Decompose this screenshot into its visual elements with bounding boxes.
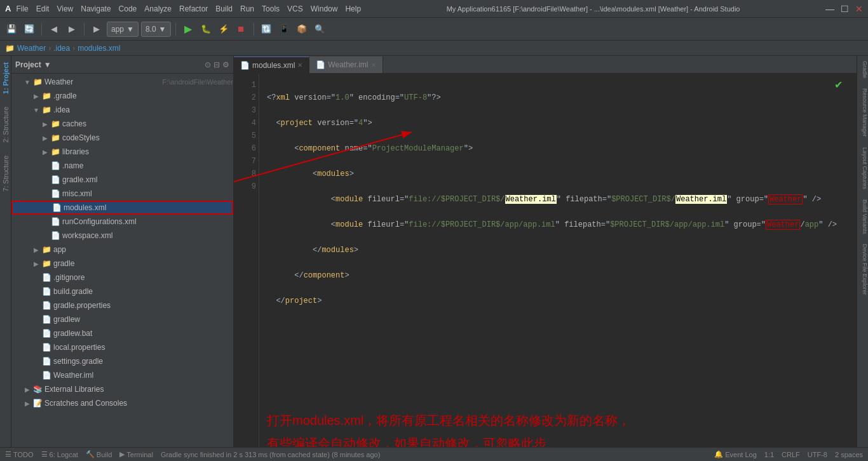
tree-item-idea[interactable]: ▼ 📁 .idea (11, 103, 233, 117)
menu-refactor[interactable]: Refactor (179, 4, 208, 13)
tab-close-button[interactable]: ✕ (371, 62, 376, 69)
breadcrumb-idea[interactable]: .idea (53, 44, 70, 53)
tab-close-button[interactable]: ✕ (297, 62, 302, 69)
gradle-tab[interactable]: Gradle (858, 56, 868, 83)
tree-item-weather[interactable]: ▼ 📁 Weather F:\androidFile\Weather (11, 75, 233, 89)
tree-item-gradlew[interactable]: 📄 gradlew (11, 312, 233, 326)
library-icon: 📚 (32, 385, 43, 394)
main-menu[interactable]: File Edit View Navigate Code Analyze Ref… (16, 4, 361, 13)
tree-item-gradle[interactable]: ▶ 📁 .gradle (11, 89, 233, 103)
breadcrumb-file[interactable]: modules.xml (78, 44, 120, 53)
profile-button[interactable]: ⚡ (216, 22, 231, 37)
code-editor[interactable]: <?xml version="1.0" encoding="UTF-8"?> <… (259, 74, 857, 447)
tree-item-gradle-xml[interactable]: 📄 gradle.xml (11, 173, 233, 187)
terminal-button[interactable]: ▶ Terminal (119, 450, 153, 458)
structure-tab-7[interactable]: 7: Structure (1, 149, 11, 198)
encoding-selector[interactable]: UTF-8 (808, 451, 827, 458)
editor-tabs: 📄 modules.xml ✕ 📄 Weather.iml ✕ (234, 56, 857, 74)
todo-icon: ☰ (5, 450, 11, 458)
scroll-from-source-button[interactable]: ⊙ (205, 60, 211, 69)
indent-selector[interactable]: 2 spaces (835, 451, 863, 458)
sdk-dropdown[interactable]: 8.0 ▼ (141, 22, 171, 37)
tree-item-app[interactable]: ▶ 📁 app (11, 243, 233, 257)
cursor-position[interactable]: 1:1 (764, 451, 774, 458)
window-controls[interactable]: — ☐ ✕ (825, 4, 863, 14)
sdk-manager-button[interactable]: 📦 (294, 22, 309, 37)
run-config-dropdown[interactable]: app ▼ (107, 22, 139, 37)
resource-manager-tab[interactable]: Resource Manager (858, 83, 868, 142)
build-button[interactable]: 🔨 Build (86, 450, 112, 458)
tree-item-external-libraries[interactable]: ▶ 📚 External Libraries (11, 382, 233, 396)
build-variants-tab[interactable]: Build Variants (858, 194, 868, 239)
menu-build[interactable]: Build (215, 4, 233, 13)
file-icon: 📄 (41, 343, 52, 352)
run-config-button[interactable]: ▶ (89, 22, 104, 37)
device-file-explorer-tab[interactable]: Device File Explorer (858, 239, 868, 300)
collapse-all-button[interactable]: ⊟ (214, 60, 220, 69)
tree-item-caches[interactable]: ▶ 📁 caches (11, 117, 233, 131)
toolbar-separator-2 (84, 23, 85, 36)
tree-item-gradlew-bat[interactable]: 📄 gradlew.bat (11, 326, 233, 340)
todo-button[interactable]: ☰ TODO (5, 450, 34, 458)
breadcrumb-weather[interactable]: Weather (17, 44, 46, 53)
project-dropdown-icon[interactable]: ▼ (44, 60, 51, 69)
sync-button[interactable]: 🔄 (22, 22, 37, 37)
tree-item-weather-iml[interactable]: 📄 Weather.iml (11, 368, 233, 382)
tab-modules-xml[interactable]: 📄 modules.xml ✕ (234, 57, 309, 73)
project-panel-actions[interactable]: ⊙ ⊟ ⚙ (205, 60, 229, 69)
menu-analyze[interactable]: Analyze (144, 4, 172, 13)
layout-captures-tab[interactable]: Layout Captures (858, 142, 868, 194)
menu-code[interactable]: Code (119, 4, 137, 13)
item-label: gradle.xml (62, 175, 233, 184)
menu-edit[interactable]: Edit (36, 4, 50, 13)
code-line-2: <project version="4"> (267, 117, 849, 130)
logcat-button[interactable]: ☰ 6: Logcat (41, 450, 78, 458)
forward-button[interactable]: ▶ (64, 22, 79, 37)
tree-item-scratches[interactable]: ▶ 📝 Scratches and Consoles (11, 396, 233, 410)
menu-tools[interactable]: Tools (262, 4, 280, 13)
menu-bar[interactable]: A File Edit View Navigate Code Analyze R… (5, 4, 361, 13)
tree-item-name[interactable]: 📄 .name (11, 159, 233, 173)
tree-item-local-properties[interactable]: 📄 local.properties (11, 340, 233, 354)
maximize-button[interactable]: ☐ (841, 4, 849, 14)
tree-item-settings-gradle[interactable]: 📄 settings.gradle (11, 354, 233, 368)
tree-item-workspace-xml[interactable]: 📄 workspace.xml (11, 229, 233, 243)
tree-item-codestyles[interactable]: ▶ 📁 codeStyles (11, 131, 233, 145)
menu-view[interactable]: View (57, 4, 73, 13)
back-button[interactable]: ◀ (46, 22, 62, 37)
file-icon: 📄 (41, 357, 52, 366)
minimize-button[interactable]: — (825, 4, 834, 14)
menu-window[interactable]: Window (311, 4, 338, 13)
menu-vcs[interactable]: VCS (287, 4, 303, 13)
event-log-label: Event Log (725, 451, 757, 458)
tree-item-gitignore[interactable]: 📄 .gitignore (11, 271, 233, 284)
sync-project-button[interactable]: 🔃 (259, 22, 274, 37)
event-log-button[interactable]: 🔔 Event Log (714, 450, 757, 458)
menu-navigate[interactable]: Navigate (81, 4, 111, 13)
checkmark-icon: ✔ (834, 79, 843, 91)
tree-item-gradle-dir[interactable]: ▶ 📁 gradle (11, 257, 233, 271)
debug-button[interactable]: 🐛 (198, 22, 214, 37)
search-button[interactable]: 🔍 (312, 22, 327, 37)
folder-icon: 📁 (50, 119, 61, 128)
tree-item-libraries[interactable]: ▶ 📁 libraries (11, 145, 233, 159)
line-separator[interactable]: CRLF (782, 451, 800, 458)
tree-item-build-gradle[interactable]: 📄 build.gradle (11, 284, 233, 298)
menu-file[interactable]: File (16, 4, 28, 13)
tree-item-runconfigurations[interactable]: 📄 runConfigurations.xml (11, 215, 233, 229)
tree-item-gradle-properties[interactable]: 📄 gradle.properties (11, 298, 233, 312)
settings-button[interactable]: ⚙ (222, 60, 229, 69)
close-button[interactable]: ✕ (855, 4, 863, 14)
structure-tab[interactable]: 2: Structure (1, 100, 11, 149)
run-button[interactable]: ▶ (180, 22, 196, 37)
avd-button[interactable]: 📱 (276, 22, 292, 37)
menu-run[interactable]: Run (240, 4, 254, 13)
tree-item-misc-xml[interactable]: 📄 misc.xml (11, 187, 233, 201)
menu-help[interactable]: Help (345, 4, 361, 13)
tab-weather-iml[interactable]: 📄 Weather.iml ✕ (309, 57, 383, 73)
save-button[interactable]: 💾 (4, 22, 19, 37)
project-tab[interactable]: 1: Project (1, 56, 11, 100)
stop-button[interactable]: ⏹ (234, 22, 249, 37)
line-number: 3 (236, 104, 256, 117)
tree-item-modules-xml[interactable]: 📄 modules.xml (11, 201, 233, 215)
